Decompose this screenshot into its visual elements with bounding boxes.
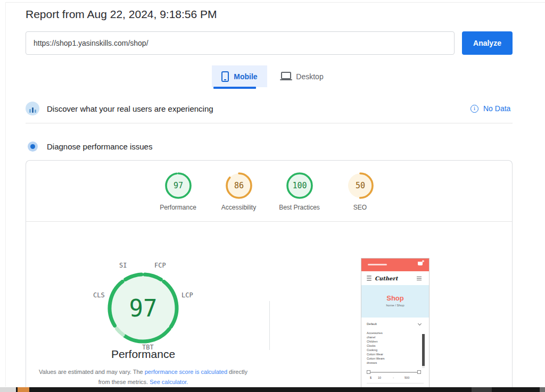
- viewport-left-edge: [5, 2, 6, 387]
- metric-label-cls: CLS: [93, 291, 105, 299]
- svg-text:97: 97: [129, 295, 158, 322]
- pagespeed-report-screen: Report from Aug 22, 2024, 9:18:56 PM Ana…: [0, 0, 545, 392]
- thumb-logo-icon: [367, 276, 371, 281]
- svg-text:100: 100: [292, 181, 307, 190]
- thumb-breadcrumb: home / Shop: [361, 304, 429, 307]
- score-disclaimer: Values are estimated and may vary. The p…: [37, 367, 250, 388]
- score-gauge-performance[interactable]: 97Performance: [148, 171, 209, 211]
- price-max: 500: [404, 376, 409, 379]
- slider-handle-right: [417, 370, 421, 374]
- thumb-category-item: Children: [367, 339, 414, 344]
- score-ring-icon: 50: [346, 171, 375, 200]
- slider-track: [368, 372, 420, 373]
- score-label: SEO: [353, 204, 367, 211]
- no-data-label: No Data: [483, 104, 510, 113]
- score-label: Performance: [160, 204, 196, 211]
- tab-desktop[interactable]: Desktop: [272, 65, 332, 87]
- score-gauge-seo[interactable]: 50SEO: [330, 171, 391, 211]
- thumb-category-item: Cooking: [367, 348, 414, 352]
- page-screenshot-thumbnail: Cuthert Shop home / Shop Default Accesso…: [361, 258, 430, 388]
- thumb-topbar-text: [368, 264, 387, 265]
- diagnose-icon: [28, 141, 38, 152]
- score-ring-icon: 86: [225, 171, 253, 200]
- desktop-laptop-icon: [281, 72, 291, 79]
- thumb-body: Default AccessorieschanelChildrenClocksC…: [361, 318, 429, 388]
- thumb-price-slider: [367, 370, 421, 374]
- see-calculator-link[interactable]: See calculator.: [150, 379, 188, 385]
- page-title: Report from Aug 22, 2024, 9:18:56 PM: [26, 8, 217, 21]
- thumb-price-row: $ 10 - 500: [367, 376, 421, 379]
- card-divider: [26, 221, 512, 222]
- url-input[interactable]: [26, 31, 455, 55]
- category-scores-row: 97Performance86Accessibility100Best Prac…: [26, 171, 512, 211]
- thumb-announcement-bar: [361, 258, 429, 271]
- thumb-category-item: dresses: [367, 361, 414, 365]
- report-card: 97Performance86Accessibility100Best Prac…: [26, 160, 513, 388]
- score-gauge-best-practices[interactable]: 100Best Practices: [269, 171, 330, 211]
- performance-gauge-title: Performance: [63, 348, 223, 361]
- score-label: Accessibility: [221, 204, 256, 211]
- tab-desktop-label: Desktop: [296, 72, 323, 81]
- svg-text:50: 50: [355, 181, 365, 190]
- vertical-divider: [269, 301, 270, 350]
- thumb-sort-value: Default: [367, 322, 377, 326]
- info-icon: i: [470, 105, 478, 113]
- price-min: 10: [378, 376, 381, 379]
- field-data-section-title: Discover what your real users are experi…: [47, 104, 213, 113]
- taskbar-icon-gray: [472, 387, 492, 392]
- thumb-scrollbar-thumb: [422, 334, 425, 366]
- chevron-down-icon: [418, 321, 422, 325]
- taskbar-corner: [540, 387, 545, 392]
- disclaimer-text-1: Values are estimated and may vary. The: [39, 369, 145, 375]
- thumb-category-list: AccessorieschanelChildrenClocksCookingCo…: [367, 331, 414, 365]
- metric-label-si: SI: [119, 262, 127, 269]
- score-gauge-accessibility[interactable]: 86Accessibility: [209, 171, 269, 211]
- svg-text:97: 97: [173, 181, 183, 190]
- svg-text:86: 86: [234, 181, 243, 190]
- performance-score-link[interactable]: performance score is calculated: [145, 369, 227, 375]
- score-ring-icon: 97: [164, 171, 193, 200]
- active-tab-underline: [213, 87, 256, 89]
- lab-data-section-title: Diagnose performance issues: [47, 142, 152, 151]
- thumb-hero: Shop home / Shop: [361, 285, 429, 318]
- viewport-top-edge: [5, 2, 545, 3]
- mobile-phone-icon: [221, 71, 229, 82]
- no-data-link[interactable]: i No Data: [470, 104, 510, 113]
- metric-label-fcp: FCP: [154, 262, 166, 269]
- thumb-category-item: Clocks: [367, 344, 414, 348]
- thumb-category-item: Cotton Wear: [367, 352, 414, 356]
- price-separator: -: [393, 376, 394, 379]
- thumb-category-item: Accessories: [367, 331, 414, 335]
- score-label: Best Practices: [279, 204, 320, 211]
- section-divider: [26, 123, 513, 123]
- thumb-category-item: Cotton Wears: [367, 356, 414, 361]
- thumb-scrollbar: [422, 334, 425, 368]
- thumb-divider: [367, 383, 424, 383]
- thumb-site-header: Cuthert: [361, 271, 429, 285]
- thumb-hero-title: Shop: [361, 294, 429, 302]
- thumb-sort-dropdown: Default: [367, 322, 421, 326]
- taskbar: [0, 387, 545, 392]
- thumb-brand: Cuthert: [375, 276, 398, 281]
- tab-mobile-label: Mobile: [234, 72, 257, 81]
- taskbar-segment: [0, 387, 16, 392]
- hamburger-icon: [417, 277, 422, 281]
- tab-mobile[interactable]: Mobile: [212, 65, 267, 87]
- performance-gauge: 97 SI FCP LCP TBT CLS: [93, 257, 194, 358]
- real-users-icon: [26, 102, 39, 115]
- slider-handle-left: [367, 370, 370, 374]
- price-currency: $: [370, 376, 371, 379]
- analyze-button[interactable]: Analyze: [462, 31, 513, 55]
- score-ring-icon: 100: [285, 171, 314, 200]
- metric-label-lcp: LCP: [181, 291, 193, 299]
- thumb-category-item: chanel: [367, 335, 414, 339]
- cart-icon: [418, 262, 423, 265]
- taskbar-icon-orange: [18, 387, 29, 392]
